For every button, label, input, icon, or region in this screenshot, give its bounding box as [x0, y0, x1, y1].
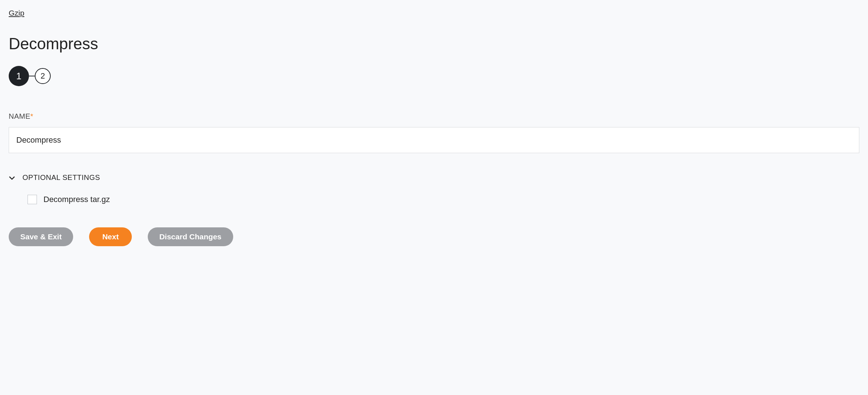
- step-2[interactable]: 2: [35, 68, 51, 84]
- optional-settings-toggle[interactable]: OPTIONAL SETTINGS: [9, 173, 859, 182]
- step-1[interactable]: 1: [9, 66, 29, 86]
- decompress-targz-row: Decompress tar.gz: [28, 195, 859, 204]
- breadcrumb-link[interactable]: Gzip: [9, 9, 24, 17]
- required-asterisk: *: [30, 112, 33, 120]
- chevron-down-icon: [9, 175, 15, 181]
- name-input[interactable]: [9, 127, 859, 153]
- optional-settings-label: OPTIONAL SETTINGS: [22, 173, 100, 182]
- discard-changes-button[interactable]: Discard Changes: [148, 227, 233, 246]
- next-button[interactable]: Next: [89, 227, 132, 246]
- button-row: Save & Exit Next Discard Changes: [9, 227, 859, 246]
- decompress-targz-checkbox[interactable]: [28, 195, 37, 204]
- stepper: 1 2: [9, 66, 859, 86]
- decompress-targz-label: Decompress tar.gz: [43, 195, 110, 204]
- name-label-wrapper: NAME*: [9, 114, 33, 120]
- name-label: NAME: [9, 112, 30, 121]
- page-title: Decompress: [9, 35, 859, 53]
- step-connector: [29, 76, 35, 76]
- name-form-group: NAME*: [9, 112, 859, 153]
- save-exit-button[interactable]: Save & Exit: [9, 227, 73, 246]
